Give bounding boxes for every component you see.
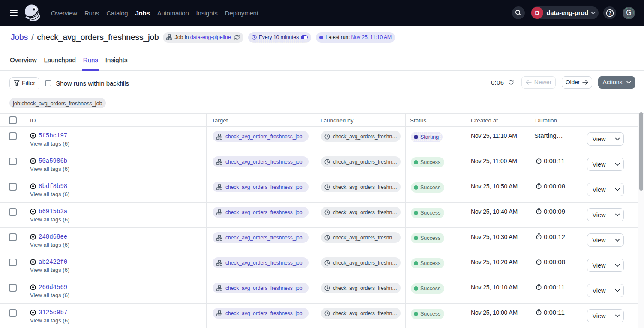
svg-text:?: ?: [608, 10, 611, 15]
